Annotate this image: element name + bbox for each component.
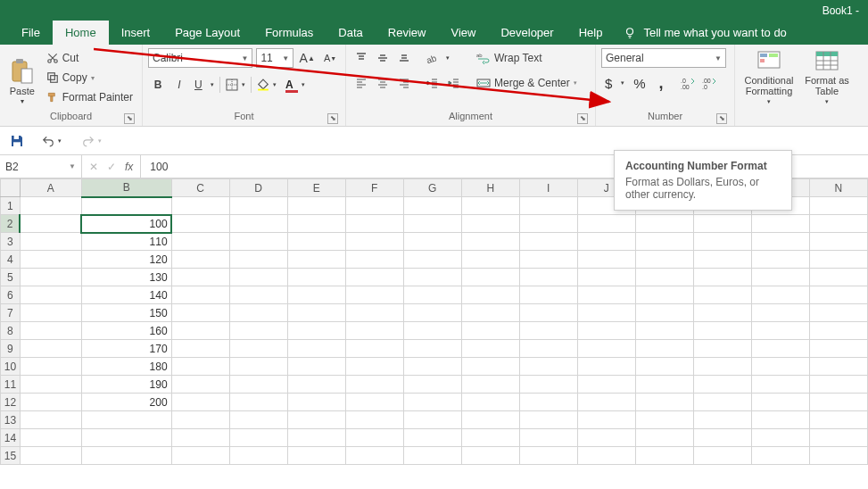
cell-D2[interactable] (229, 215, 287, 233)
cell-D10[interactable] (229, 358, 287, 376)
format-painter-button[interactable]: Format Painter (43, 88, 136, 106)
cell-J7[interactable] (577, 304, 635, 322)
name-box[interactable]: B2 ▼ (0, 155, 82, 178)
cell-E9[interactable] (287, 340, 345, 358)
cell-M5[interactable] (751, 269, 809, 286)
cell-C10[interactable] (171, 358, 229, 376)
cell-L11[interactable] (693, 376, 751, 394)
tab-help[interactable]: Help (566, 21, 616, 45)
cut-button[interactable]: Cut (43, 49, 136, 67)
cell-K6[interactable] (635, 286, 693, 304)
cell-F14[interactable] (345, 429, 403, 447)
cell-N12[interactable] (809, 394, 867, 411)
row-header-3[interactable]: 3 (1, 233, 21, 251)
cell-B4[interactable]: 120 (81, 251, 171, 269)
row-header-1[interactable]: 1 (1, 197, 21, 215)
cell-F8[interactable] (345, 322, 403, 340)
cell-A2[interactable] (20, 215, 81, 233)
cell-C3[interactable] (171, 233, 229, 251)
align-center-button[interactable] (373, 73, 393, 93)
cell-N8[interactable] (809, 322, 867, 340)
format-as-table-button[interactable]: Format as Table▾ (801, 48, 853, 107)
cell-A11[interactable] (20, 376, 81, 394)
column-header-E[interactable]: E (287, 179, 345, 197)
tab-review[interactable]: Review (376, 21, 439, 45)
row-header-13[interactable]: 13 (1, 411, 21, 429)
save-button[interactable] (7, 131, 27, 151)
font-color-button[interactable]: A ▾ (282, 75, 309, 95)
cell-A12[interactable] (20, 394, 81, 411)
column-header-F[interactable]: F (345, 179, 403, 197)
cell-F9[interactable] (345, 340, 403, 358)
cell-L2[interactable] (693, 215, 751, 233)
cell-J2[interactable] (577, 215, 635, 233)
cell-A5[interactable] (20, 269, 81, 286)
cell-M4[interactable] (751, 251, 809, 269)
cell-C2[interactable] (171, 215, 229, 233)
cell-F5[interactable] (345, 269, 403, 286)
row-header-15[interactable]: 15 (1, 447, 21, 465)
cell-A10[interactable] (20, 358, 81, 376)
cell-G4[interactable] (403, 251, 461, 269)
cell-N15[interactable] (809, 447, 867, 465)
font-dialog-launcher[interactable]: ⬊ (327, 113, 338, 124)
cell-A6[interactable] (20, 286, 81, 304)
cell-G12[interactable] (403, 394, 461, 411)
font-name-combo[interactable]: Calibri▼ (148, 48, 252, 68)
cell-L13[interactable] (693, 411, 751, 429)
cell-B7[interactable]: 150 (81, 304, 171, 322)
cell-I1[interactable] (519, 197, 577, 215)
cell-H10[interactable] (461, 358, 519, 376)
cell-G13[interactable] (403, 411, 461, 429)
cell-E7[interactable] (287, 304, 345, 322)
cell-B5[interactable]: 130 (81, 269, 171, 286)
merge-center-button[interactable]: Merge & Center ▾ (473, 73, 581, 93)
cell-I4[interactable] (519, 251, 577, 269)
cell-N7[interactable] (809, 304, 867, 322)
row-header-8[interactable]: 8 (1, 322, 21, 340)
cell-G5[interactable] (403, 269, 461, 286)
cell-D13[interactable] (229, 411, 287, 429)
row-header-2[interactable]: 2 (1, 215, 21, 233)
cell-K8[interactable] (635, 322, 693, 340)
cell-I6[interactable] (519, 286, 577, 304)
cell-I15[interactable] (519, 447, 577, 465)
cell-I10[interactable] (519, 358, 577, 376)
column-header-C[interactable]: C (171, 179, 229, 197)
cell-N10[interactable] (809, 358, 867, 376)
borders-button[interactable]: ▾ (222, 75, 249, 95)
cell-J8[interactable] (577, 322, 635, 340)
cell-L10[interactable] (693, 358, 751, 376)
cell-A9[interactable] (20, 340, 81, 358)
cell-B2[interactable]: 100 (81, 215, 171, 233)
cell-D4[interactable] (229, 251, 287, 269)
row-header-9[interactable]: 9 (1, 340, 21, 358)
cell-J6[interactable] (577, 286, 635, 304)
cell-N5[interactable] (809, 269, 867, 286)
cell-B13[interactable] (81, 411, 171, 429)
cell-B6[interactable]: 140 (81, 286, 171, 304)
cell-N11[interactable] (809, 376, 867, 394)
cell-M9[interactable] (751, 340, 809, 358)
cell-H11[interactable] (461, 376, 519, 394)
cell-F10[interactable] (345, 358, 403, 376)
cell-H8[interactable] (461, 322, 519, 340)
cell-C12[interactable] (171, 394, 229, 411)
cell-N9[interactable] (809, 340, 867, 358)
cell-L8[interactable] (693, 322, 751, 340)
cell-J15[interactable] (577, 447, 635, 465)
cell-B15[interactable] (81, 447, 171, 465)
underline-button[interactable]: U▾ (191, 75, 218, 95)
undo-button[interactable]: ▾ (36, 131, 67, 151)
row-header-11[interactable]: 11 (1, 376, 21, 394)
cell-J3[interactable] (577, 233, 635, 251)
cell-M14[interactable] (751, 429, 809, 447)
cell-E2[interactable] (287, 215, 345, 233)
cell-D7[interactable] (229, 304, 287, 322)
cell-K4[interactable] (635, 251, 693, 269)
tab-home[interactable]: Home (53, 21, 109, 45)
cell-N4[interactable] (809, 251, 867, 269)
cell-B10[interactable]: 180 (81, 358, 171, 376)
cell-K5[interactable] (635, 269, 693, 286)
cell-M15[interactable] (751, 447, 809, 465)
